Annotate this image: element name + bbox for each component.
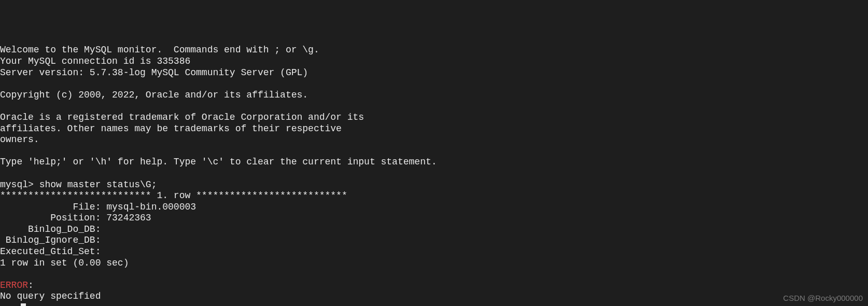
error-message: No query specified [0,291,101,301]
command-text: show master status\G; [39,179,157,190]
position-value: 73242363 [106,213,151,223]
file-label: File: [0,202,106,212]
mysql-prompt: mysql> [0,179,39,190]
position-label: Position: [0,213,106,223]
cursor [21,303,26,306]
server-version-line: Server version: 5.7.38-log MySQL Communi… [0,67,308,78]
trademark-line-3: owners. [0,134,39,145]
binlog-ignore-db-label: Binlog_Ignore_DB: [0,235,106,245]
trademark-line-2: affiliates. Other names may be trademark… [0,123,342,134]
help-line: Type 'help;' or '\h' for help. Type '\c'… [0,157,437,167]
watermark: CSDN @Rocky000000 [783,294,863,303]
connection-id-line: Your MySQL connection id is 335386 [0,56,190,66]
row-separator: *************************** 1. row *****… [0,190,347,201]
error-colon: : [28,280,39,290]
binlog-do-db-label: Binlog_Do_DB: [0,224,106,234]
copyright-line: Copyright (c) 2000, 2022, Oracle and/or … [0,90,308,100]
rows-in-set-line: 1 row in set (0.00 sec) [0,258,129,268]
welcome-line: Welcome to the MySQL monitor. Commands e… [0,45,319,55]
file-value: mysql-bin.000003 [106,202,196,212]
terminal-output[interactable]: Welcome to the MySQL monitor. Commands e… [0,45,868,306]
trademark-line-1: Oracle is a registered trademark of Orac… [0,112,364,122]
error-label: ERROR [0,280,28,290]
executed-gtid-set-label: Executed_Gtid_Set: [0,246,106,257]
